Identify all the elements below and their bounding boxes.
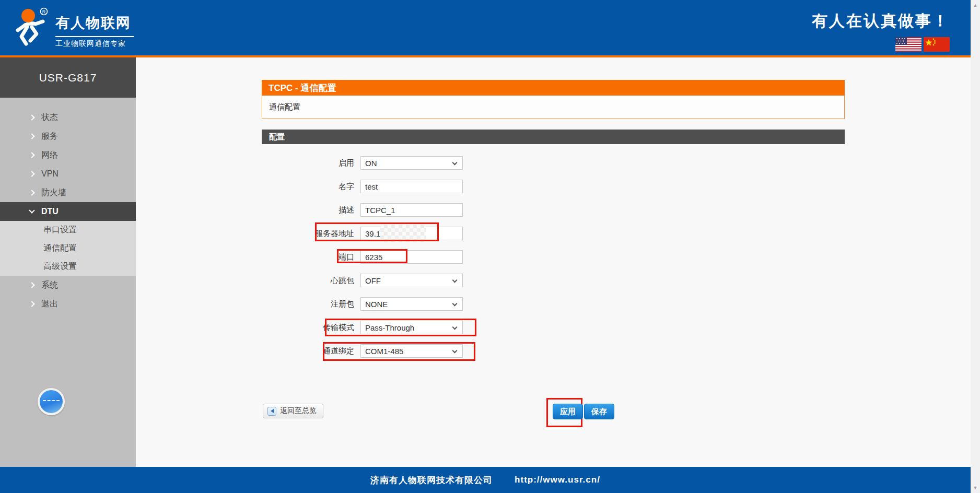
sidebar-subitem-serial-settings[interactable]: 串口设置 — [0, 221, 136, 239]
server-address-wrap — [360, 227, 463, 240]
main-content: TCPC - 通信配置 通信配置 配置 启用 ON 名字 描述 服务器地址 — [136, 57, 971, 467]
brand-text: 有人物联网 工业物联网通信专家 — [55, 14, 134, 49]
name-label: 名字 — [262, 182, 360, 192]
brand-subtitle: 工业物联网通信专家 — [55, 39, 134, 49]
chevron-down-icon — [452, 160, 458, 166]
chevron-right-icon — [29, 133, 34, 139]
sidebar-item-label: DTU — [41, 207, 59, 216]
server-address-label: 服务器地址 — [262, 229, 360, 239]
scroll-up-icon[interactable]: ▲ — [971, 1, 980, 9]
footer-company: 济南有人物联网技术有限公司 — [370, 474, 493, 486]
form-row-name: 名字 — [262, 180, 463, 193]
header-right: 有人在认真做事！ — [812, 10, 950, 52]
chevron-right-icon — [29, 152, 34, 158]
sidebar-subitem-advanced-settings[interactable]: 高级设置 — [0, 257, 136, 276]
register-label: 注册包 — [262, 299, 360, 309]
channel-bind-select[interactable]: COM1-485 — [360, 344, 463, 358]
redaction-blur — [380, 225, 426, 242]
enable-label: 启用 — [262, 158, 360, 168]
sidebar-item-label: VPN — [41, 169, 59, 179]
form-row-enable: 启用 ON — [262, 156, 463, 170]
scroll-down-icon[interactable]: ▼ — [971, 484, 980, 492]
transfer-mode-label: 传输模式 — [262, 323, 360, 333]
sidebar-item-system[interactable]: 系统 — [0, 276, 136, 295]
sidebar-item-label: 退出 — [41, 299, 58, 310]
chevron-down-icon — [452, 348, 458, 354]
page-subtitle: 通信配置 — [262, 96, 845, 119]
footer-url[interactable]: http://www.usr.cn/ — [515, 475, 600, 485]
sidebar-item-services[interactable]: 服务 — [0, 127, 136, 146]
desc-field[interactable] — [360, 203, 463, 217]
globe-badge-icon — [38, 388, 65, 415]
sidebar-item-label: 网络 — [41, 150, 58, 161]
brand: R 有人物联网 工业物联网通信专家 — [11, 6, 134, 49]
transfer-mode-select-value: Pass-Through — [361, 323, 414, 332]
form-row-server: 服务器地址 — [262, 227, 463, 240]
chevron-right-icon — [29, 190, 34, 195]
chevron-down-icon — [29, 207, 34, 213]
chevron-right-icon — [29, 171, 34, 177]
register-select[interactable]: NONE — [360, 297, 463, 311]
form-row-transfer-mode: 传输模式 Pass-Through — [262, 321, 463, 334]
port-label: 端口 — [262, 252, 360, 262]
sidebar-item-firewall[interactable]: 防火墙 — [0, 183, 136, 202]
chevron-right-icon — [29, 301, 34, 307]
chevron-down-icon — [452, 325, 458, 330]
port-field[interactable] — [360, 250, 463, 264]
enable-select-value: ON — [361, 159, 377, 168]
cn-flag-icon[interactable] — [924, 37, 950, 52]
form-row-desc: 描述 — [262, 203, 463, 217]
page-header-panel: TCPC - 通信配置 通信配置 — [262, 80, 845, 119]
sidebar-item-vpn[interactable]: VPN — [0, 165, 136, 183]
sidebar-item-status[interactable]: 状态 — [0, 108, 136, 127]
section-header: 配置 — [262, 130, 845, 144]
registered-mark: R — [42, 9, 46, 15]
vertical-scrollbar[interactable]: ▲ ▼ — [971, 0, 980, 493]
sidebar-item-label: 状态 — [41, 112, 58, 123]
heartbeat-label: 心跳包 — [262, 276, 360, 286]
chevron-down-icon — [452, 278, 458, 283]
apply-button[interactable]: 应用 — [553, 404, 583, 419]
sidebar-nav: 状态 服务 网络 VPN 防火墙 DTU — [0, 98, 136, 313]
brand-title: 有人物联网 — [55, 14, 134, 32]
form-row-heartbeat: 心跳包 OFF — [262, 274, 463, 287]
chevron-right-icon — [29, 282, 34, 288]
page-title: TCPC - 通信配置 — [262, 80, 845, 96]
channel-bind-label: 通道绑定 — [262, 346, 360, 356]
sidebar-item-dtu[interactable]: DTU — [0, 202, 136, 221]
back-arrow-icon — [267, 407, 276, 416]
channel-bind-select-value: COM1-485 — [361, 347, 403, 356]
heartbeat-select[interactable]: OFF — [360, 274, 463, 287]
chevron-right-icon — [29, 114, 34, 120]
language-flags — [812, 37, 950, 52]
sidebar-item-label: 防火墙 — [41, 187, 66, 198]
back-to-overview-button[interactable]: 返回至总览 — [263, 404, 323, 418]
save-button[interactable]: 保存 — [584, 404, 614, 419]
footer: 济南有人物联网技术有限公司 http://www.usr.cn/ — [0, 467, 971, 493]
sidebar-item-logout[interactable]: 退出 — [0, 295, 136, 313]
top-header: R 有人物联网 工业物联网通信专家 有人在认真做事！ — [0, 0, 971, 55]
form-row-register: 注册包 NONE — [262, 297, 463, 311]
transfer-mode-select[interactable]: Pass-Through — [360, 321, 463, 334]
desc-label: 描述 — [262, 205, 360, 215]
sidebar: USR-G817 状态 服务 网络 VPN 防火墙 — [0, 57, 136, 467]
name-field[interactable] — [360, 180, 463, 193]
us-flag-icon[interactable] — [895, 37, 921, 52]
enable-select[interactable]: ON — [360, 156, 463, 170]
sidebar-subitem-comm-config[interactable]: 通信配置 — [0, 239, 136, 257]
form-row-port: 端口 — [262, 250, 463, 264]
form-row-channel-bind: 通道绑定 COM1-485 — [262, 344, 463, 358]
back-button-label: 返回至总览 — [280, 406, 317, 416]
register-select-value: NONE — [361, 300, 388, 309]
sidebar-subitem-label: 高级设置 — [43, 261, 77, 272]
sidebar-item-label: 服务 — [41, 131, 58, 142]
config-form: 启用 ON 名字 描述 服务器地址 — [262, 156, 463, 368]
page: R 有人物联网 工业物联网通信专家 有人在认真做事！ — [0, 0, 980, 493]
header-slogan: 有人在认真做事！ — [812, 10, 950, 32]
heartbeat-select-value: OFF — [361, 276, 381, 285]
sidebar-item-label: 系统 — [41, 280, 58, 291]
sidebar-subitem-label: 串口设置 — [43, 225, 77, 236]
brand-divider — [55, 36, 134, 37]
sidebar-item-network[interactable]: 网络 — [0, 146, 136, 165]
device-name: USR-G817 — [0, 57, 136, 98]
